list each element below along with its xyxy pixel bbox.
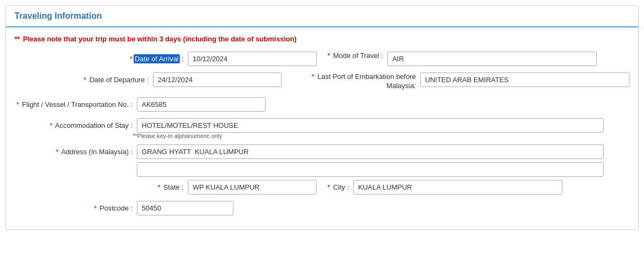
row-accommodation: * Accommodation of Stay : **Please key-i… (14, 118, 630, 139)
state-left: * State : (14, 180, 327, 194)
flight-input[interactable] (137, 97, 266, 112)
row-departure-port: * Date of Departure : * Last Port of Emb… (14, 73, 630, 91)
state-input[interactable] (188, 180, 317, 194)
card-title: Traveling Information (14, 11, 630, 21)
row-state-city: * State : * City : (14, 180, 630, 194)
accommodation-input[interactable] (137, 118, 604, 133)
departure-left: * Date of Departure : (14, 73, 292, 87)
postcode-input[interactable] (137, 201, 233, 215)
arrival-left: *Date of Arrival : (14, 52, 327, 66)
postcode-label: * Postcode : (14, 204, 133, 212)
card-header: Traveling Information (6, 6, 638, 27)
accommodation-label: * Accommodation of Stay : (14, 121, 133, 129)
city-label: * City : (327, 183, 349, 191)
date-of-arrival-input[interactable] (188, 52, 317, 66)
address-inputs (137, 144, 604, 177)
alphanumeric-note: **Please key-in alphanumeric only (133, 133, 630, 139)
city-input[interactable] (353, 180, 562, 194)
row-arrival-mode: *Date of Arrival : * Mode of Travel : (14, 52, 630, 66)
last-port-label: * Last Port of Embarkation beforeMalaysi… (292, 73, 416, 91)
state-label: * State : (158, 183, 184, 191)
address-line2-input[interactable] (137, 162, 604, 177)
city-right: * City : (327, 180, 630, 194)
card-body: ** Please note that your trip must be wi… (6, 27, 638, 229)
date-of-arrival-highlight: Date of Arrival (134, 54, 180, 63)
address-label: * Address (In Malaysia) : (14, 144, 133, 156)
date-of-arrival-label: *Date of Arrival : (130, 55, 184, 63)
traveling-information-card: Traveling Information ** Please note tha… (5, 5, 639, 230)
row-postcode: * Postcode : (14, 201, 630, 215)
notice-text: ** Please note that your trip must be wi… (14, 35, 630, 43)
date-of-departure-input[interactable] (153, 73, 282, 87)
notice-content: Please note that your trip must be withi… (23, 35, 297, 43)
mode-right: * Mode of Travel : (327, 52, 630, 66)
address-line1-input[interactable] (137, 144, 604, 159)
date-of-departure-label: * Date of Departure : (84, 76, 149, 84)
notice-stars: ** (14, 35, 20, 43)
mode-of-travel-input[interactable] (387, 52, 597, 66)
mode-of-travel-label: * Mode of Travel : (327, 52, 383, 61)
row-address: * Address (In Malaysia) : (14, 144, 630, 177)
last-port-right: * Last Port of Embarkation beforeMalaysi… (292, 73, 630, 91)
flight-label: * Flight / Vessel / Transportation No. : (14, 100, 133, 108)
row-flight: * Flight / Vessel / Transportation No. : (14, 97, 630, 112)
last-port-input[interactable] (420, 73, 630, 87)
